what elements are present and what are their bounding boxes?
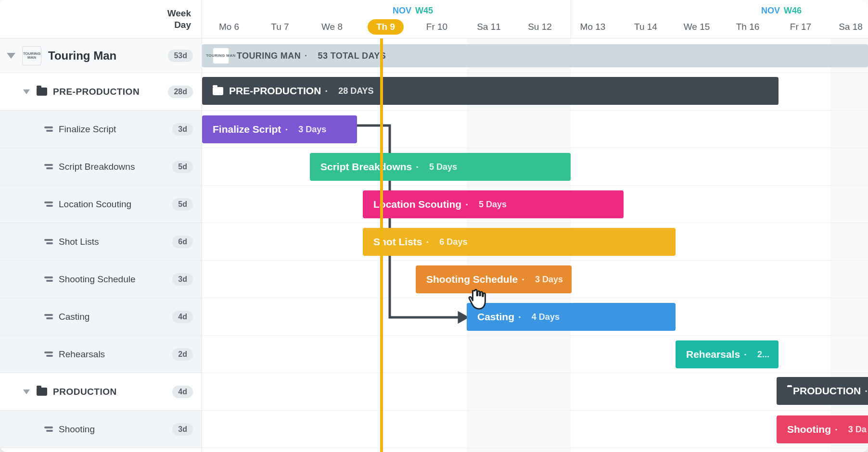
task-bar-sub: 5 Days	[429, 162, 457, 172]
task-sidebar: TOURING MAN Touring Man 53d PRE-PRODUCTI…	[0, 38, 202, 452]
week-number: W45	[415, 6, 433, 15]
strip-icon	[44, 126, 53, 132]
scale-week-label: Week	[167, 8, 191, 19]
task-bar[interactable]: Rehearsals · 2...	[676, 340, 779, 368]
task-bar[interactable]: Shooting Schedule · 3 Days	[416, 265, 572, 293]
project-logo: TOURING MAN	[22, 46, 41, 65]
task-duration-pill: 4d	[172, 311, 193, 323]
project-summary-bar[interactable]: TOURING MAN TOURING MAN · 53 TOTAL DAYS	[202, 44, 868, 67]
gantt-task-row: Shooting Schedule · 3 Days	[202, 261, 868, 298]
project-bar-sub: 53 TOTAL DAYS	[318, 51, 386, 61]
day-cell[interactable]: Mo 13	[577, 19, 608, 35]
gantt-task-row: Script Breakdowns · 5 Days	[202, 148, 868, 186]
gantt-task-row: Rehearsals · 2...	[202, 336, 868, 373]
project-row[interactable]: TOURING MAN Touring Man 53d	[0, 38, 202, 73]
month-label: NOV	[761, 6, 780, 15]
task-row[interactable]: Finalize Script 3d	[0, 111, 202, 148]
gantt-task-row: Location Scouting · 5 Days	[202, 186, 868, 223]
day-cell[interactable]: Sa 11	[473, 19, 504, 35]
folder-icon	[37, 388, 47, 396]
task-bar-label: Shot Lists	[373, 236, 422, 248]
task-duration-pill: 3d	[172, 273, 193, 286]
task-bar-label: Shooting	[787, 424, 831, 435]
task-duration-pill: 6d	[172, 236, 193, 248]
group-title: PRE-PRODUCTION	[53, 87, 140, 97]
day-cell[interactable]: Sa 18	[835, 19, 866, 35]
gantt-group-row: PRE-PRODUCTION · 28 DAYS	[202, 73, 868, 111]
day-cell[interactable]: Fr 17	[785, 19, 816, 35]
task-bar[interactable]: Finalize Script · 3 Days	[202, 115, 357, 143]
folder-icon	[37, 88, 47, 96]
group-summary-bar[interactable]: PRE-PRODUCTION · 28 DAYS	[202, 77, 779, 105]
group-row[interactable]: PRODUCTION 4d	[0, 373, 202, 411]
chevron-down-icon[interactable]	[7, 53, 15, 59]
task-bar[interactable]: Shooting · 3 Da	[777, 415, 868, 443]
group-bar-label: PRODUCTION	[793, 385, 861, 397]
task-title: Finalize Script	[59, 124, 116, 135]
strip-icon	[44, 276, 53, 282]
task-title: Shooting Schedule	[59, 274, 136, 285]
day-cell-today[interactable]: Th 9	[368, 19, 404, 35]
task-title: Rehearsals	[59, 349, 105, 360]
task-bar-label: Finalize Script	[213, 124, 281, 135]
group-bar-sub: 28 DAYS	[338, 86, 373, 96]
day-cell[interactable]: Fr 10	[421, 19, 452, 35]
task-bar[interactable]: Location Scouting · 5 Days	[363, 190, 624, 218]
day-cell[interactable]: Su 12	[524, 19, 555, 35]
task-bar[interactable]: Shot Lists · 6 Days	[363, 228, 676, 256]
task-row[interactable]: Rehearsals 2d	[0, 336, 202, 373]
group-duration-pill: 4d	[172, 386, 193, 398]
strip-icon	[44, 164, 53, 169]
task-row[interactable]: Script Breakdowns 5d	[0, 148, 202, 186]
task-duration-pill: 5d	[172, 161, 193, 173]
gantt-task-row: Casting · 4 Days	[202, 298, 868, 336]
gantt-project-row: TOURING MAN TOURING MAN · 53 TOTAL DAYS	[202, 38, 868, 73]
task-title: Shot Lists	[59, 237, 99, 247]
group-row[interactable]: PRE-PRODUCTION 28d	[0, 73, 202, 111]
task-bar-label: Shooting Schedule	[426, 274, 518, 285]
chevron-down-icon[interactable]	[23, 389, 30, 394]
task-duration-pill: 2d	[172, 348, 193, 361]
chevron-down-icon[interactable]	[23, 89, 30, 94]
week-divider	[571, 0, 571, 38]
task-row[interactable]: Shot Lists 6d	[0, 223, 202, 261]
task-bar-label: Casting	[477, 311, 514, 323]
task-title: Shooting	[59, 424, 95, 435]
task-bar[interactable]: Script Breakdowns · 5 Days	[310, 153, 571, 181]
strip-icon	[44, 352, 53, 357]
task-bar-label: Location Scouting	[373, 199, 461, 210]
gantt-chart[interactable]: TOURING MAN TOURING MAN · 53 TOTAL DAYS …	[202, 38, 868, 452]
day-cell[interactable]: Tu 14	[630, 19, 661, 35]
gantt-group-row: PRODUCTION · 4	[202, 373, 868, 411]
group-duration-pill: 28d	[168, 86, 193, 98]
gantt-task-row: Shot Lists · 6 Days	[202, 223, 868, 261]
gantt-task-row: Finalize Script · 3 Days	[202, 111, 868, 148]
strip-icon	[44, 201, 53, 207]
task-bar[interactable]: Casting · 4 Days	[467, 303, 676, 331]
group-title: PRODUCTION	[53, 387, 117, 397]
day-cell[interactable]: Th 16	[732, 19, 763, 35]
week-label: NOVW46	[761, 6, 802, 16]
strip-icon	[44, 239, 53, 244]
group-summary-bar[interactable]: PRODUCTION · 4	[777, 377, 868, 405]
week-label: NOVW45	[393, 6, 433, 16]
task-title: Script Breakdowns	[59, 162, 135, 172]
task-bar-sub: 2...	[757, 350, 769, 360]
day-cell[interactable]: We 15	[681, 19, 712, 35]
day-cell[interactable]: Tu 7	[265, 19, 295, 35]
task-row[interactable]: Casting 4d	[0, 298, 202, 336]
timeline-scale[interactable]: NOVW45NOVW46Mo 6Tu 7We 8Th 9Fr 10Sa 11Su…	[202, 0, 868, 38]
task-duration-pill: 5d	[172, 198, 193, 211]
strip-icon	[44, 427, 53, 432]
task-bar-sub: 4 Days	[532, 312, 560, 322]
task-row[interactable]: Shooting 3d	[0, 411, 202, 448]
project-duration-pill: 53d	[168, 50, 193, 62]
task-row[interactable]: Shooting Schedule 3d	[0, 261, 202, 298]
day-cell[interactable]: We 8	[317, 19, 347, 35]
day-cell[interactable]: Mo 6	[214, 19, 244, 35]
week-number: W46	[784, 6, 802, 15]
header-scale-labels: Week Day	[0, 0, 202, 38]
task-row[interactable]: Location Scouting 5d	[0, 186, 202, 223]
task-duration-pill: 3d	[172, 423, 193, 436]
group-bar-label: PRE-PRODUCTION	[229, 85, 321, 97]
